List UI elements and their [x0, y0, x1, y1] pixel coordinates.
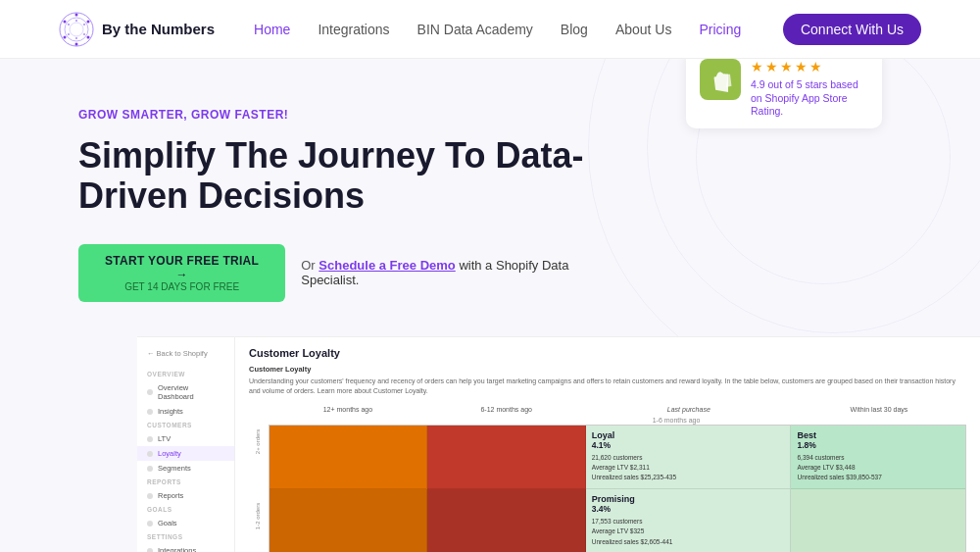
sidebar-item-icon: [147, 466, 153, 472]
sidebar-item-integrations[interactable]: Integrations: [137, 543, 234, 552]
loyal-ltv: Average LTV $2,311: [592, 463, 785, 473]
dashboard-title: Customer Loyalty: [249, 347, 966, 359]
logo-text: By the Numbers: [102, 21, 215, 37]
svg-point-9: [75, 20, 77, 22]
promising-sales: Unrealized sales $2,605-441: [592, 537, 785, 547]
sidebar-label: Loyalty: [158, 449, 181, 458]
sidebar-label: Goals: [158, 519, 177, 527]
cell-promising: Promising 3.4% 17,553 customers Average …: [586, 489, 792, 552]
dashboard-main: Customer Loyalty Customer Loyalty Unders…: [235, 336, 980, 552]
svg-point-5: [87, 35, 90, 38]
sidebar-label: Integrations: [158, 546, 196, 552]
cell-bottom-right: [791, 489, 965, 552]
svg-point-6: [75, 42, 78, 45]
sidebar-item-icon: [147, 451, 153, 457]
hero-content: GROW SMARTER, GROW FASTER! Simplify The …: [78, 108, 627, 331]
sidebar-item-icon: [147, 548, 153, 553]
cell-orange-bottom: [270, 489, 427, 552]
loyalty-grid-wrapper: 12+ months ago 6-12 months ago Last purc…: [269, 404, 966, 552]
nav-blog[interactable]: Blog: [561, 22, 588, 37]
sidebar-section-customers: CUSTOMERS: [137, 419, 234, 431]
sidebar-item-icon: [147, 389, 153, 395]
svg-point-2: [70, 23, 83, 36]
cell-loyal: Loyal 4.1% 21,620 customers Average LTV …: [586, 426, 792, 489]
nav-home[interactable]: Home: [254, 22, 290, 37]
promising-pct: 3.4%: [592, 504, 785, 514]
sidebar-item-icon: [147, 493, 153, 499]
col-subheader: 1-6 months ago: [386, 417, 966, 424]
logo-icon: [59, 12, 94, 47]
col-header-3: Last purchase: [586, 404, 792, 415]
sidebar-section-goals: GOALS: [137, 503, 234, 516]
svg-point-11: [83, 33, 85, 35]
sidebar-item-icon: [147, 436, 153, 442]
sidebar-item-icon: [147, 409, 153, 415]
sidebar: ← Back to Shopify OVERVIEW Overview Dash…: [137, 336, 235, 552]
y-axis: 2+ orders 1-2 orders: [249, 404, 267, 552]
back-to-shopify[interactable]: ← Back to Shopify: [137, 345, 234, 362]
loyal-stats: 21,620 customers Average LTV $2,311 Unre…: [592, 453, 785, 483]
best-stats: 6,394 customers Average LTV $3,448 Unrea…: [797, 453, 959, 483]
loyal-sales: Unrealized sales $25,235-435: [592, 473, 785, 482]
promising-customers: 17,553 customers: [592, 517, 785, 527]
loyal-label: Loyal: [592, 430, 785, 440]
cta-button-sublabel: GET 14 DAYS FOR FREE: [98, 281, 266, 292]
logo[interactable]: By the Numbers: [59, 12, 215, 47]
col-header-1: 12+ months ago: [269, 404, 427, 415]
best-ltv: Average LTV $3,448: [797, 463, 959, 473]
dashboard-preview: ← Back to Shopify OVERVIEW Overview Dash…: [137, 336, 980, 552]
hero-section: GROW SMARTER, GROW FASTER! Simplify The …: [0, 59, 980, 331]
y-label-orders2: 1-2 orders: [249, 478, 267, 552]
sidebar-label: Overview Dashboard: [158, 383, 224, 401]
cell-red-top: [427, 426, 585, 489]
best-pct: 1.8%: [797, 440, 959, 450]
promising-stats: 17,553 customers Average LTV $325 Unreal…: [592, 517, 785, 547]
svg-point-14: [68, 24, 70, 25]
best-label: Best: [797, 430, 959, 440]
svg-point-13: [68, 33, 70, 35]
column-headers: 12+ months ago 6-12 months ago Last purc…: [269, 404, 966, 415]
sidebar-item-reports[interactable]: Reports: [137, 488, 234, 503]
connect-button[interactable]: Connect With Us: [783, 14, 921, 45]
svg-point-12: [75, 37, 77, 39]
svg-point-10: [83, 24, 85, 25]
sidebar-item-ltv[interactable]: LTV: [137, 431, 234, 446]
hero-tagline: GROW SMARTER, GROW FASTER!: [78, 108, 627, 122]
loyalty-table-container: 2+ orders 1-2 orders 12+ months ago 6-12…: [249, 404, 966, 552]
nav-academy[interactable]: BIN Data Academy: [417, 22, 533, 37]
sidebar-label: Segments: [158, 464, 191, 473]
nav-pricing[interactable]: Pricing: [699, 22, 741, 37]
sidebar-label: Reports: [158, 491, 183, 500]
cell-red-bottom: [427, 489, 585, 552]
hero-cta-row: START YOUR FREE TRIAL → GET 14 DAYS FOR …: [78, 244, 627, 302]
schedule-demo-link[interactable]: Schedule a Free Demo: [318, 258, 455, 273]
nav-links: Home Integrations BIN Data Academy Blog …: [254, 22, 783, 37]
promising-ltv: Average LTV $325: [592, 527, 785, 536]
sidebar-section-settings: SETTINGS: [137, 530, 234, 543]
svg-point-8: [64, 20, 67, 23]
best-customers: 6,394 customers: [797, 453, 959, 463]
sidebar-item-icon: [147, 521, 153, 527]
cta-or-text: Or Schedule a Free Demo with a Shopify D…: [301, 258, 627, 287]
sidebar-item-goals[interactable]: Goals: [137, 516, 234, 530]
sidebar-item-insights[interactable]: Insights: [137, 404, 234, 419]
sidebar-item-overview-dashboard[interactable]: Overview Dashboard: [137, 380, 234, 404]
sidebar-item-loyalty[interactable]: Loyalty: [137, 446, 234, 461]
sidebar-item-segments[interactable]: Segments: [137, 461, 234, 476]
y-label-orders: 2+ orders: [249, 404, 267, 478]
cta-button-label: START YOUR FREE TRIAL →: [98, 254, 266, 281]
nav-about[interactable]: About Us: [615, 22, 672, 37]
svg-point-4: [87, 20, 90, 23]
free-trial-button[interactable]: START YOUR FREE TRIAL → GET 14 DAYS FOR …: [78, 244, 285, 302]
best-sales: Unrealized sales $39,850-537: [797, 473, 959, 482]
sidebar-section-reports: REPORTS: [137, 476, 234, 488]
dashboard-description: Understanding your customers' frequency …: [249, 376, 966, 396]
dashboard-subtitle: Customer Loyalty: [249, 365, 966, 374]
navbar: By the Numbers Home Integrations BIN Dat…: [0, 0, 980, 59]
promising-label: Promising: [592, 494, 785, 504]
nav-integrations[interactable]: Integrations: [318, 22, 389, 37]
loyalty-grid: Loyal 4.1% 21,620 customers Average LTV …: [269, 425, 966, 552]
loyal-pct: 4.1%: [592, 440, 785, 450]
svg-point-7: [64, 35, 67, 38]
hero-title: Simplify The Journey To Data-Driven Deci…: [78, 135, 627, 217]
